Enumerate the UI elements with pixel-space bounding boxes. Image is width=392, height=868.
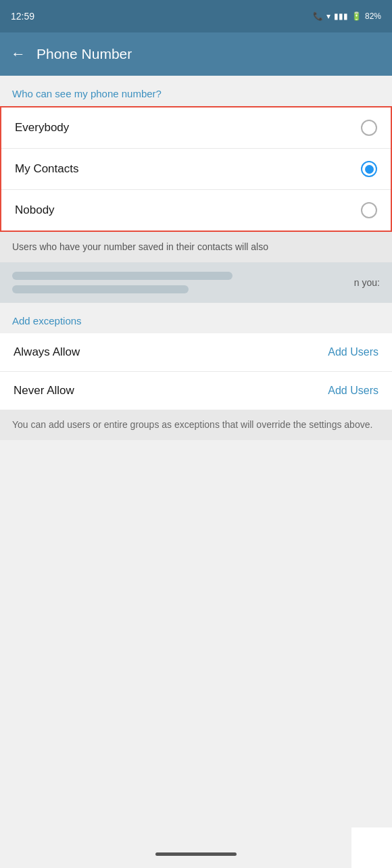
back-button[interactable]: ← [11, 45, 26, 63]
status-bar: 12:59 📞 ▾ ▮▮▮ 🔋 82% [0, 0, 392, 32]
option-everybody-label: Everybody [15, 121, 69, 135]
always-allow-add-users-button[interactable]: Add Users [328, 346, 378, 358]
blur-line-2 [12, 285, 189, 293]
status-time: 12:59 [11, 11, 34, 22]
status-icons: 📞 ▾ ▮▮▮ 🔋 82% [313, 11, 381, 21]
main-content: Who can see my phone number? Everybody M… [0, 76, 392, 868]
blur-lines [12, 272, 232, 293]
exceptions-label: Add exceptions [0, 303, 392, 333]
option-my-contacts[interactable]: My Contacts [1, 149, 391, 190]
option-nobody-label: Nobody [15, 203, 55, 217]
visibility-radio-group: Everybody My Contacts Nobody [0, 106, 392, 232]
radio-my-contacts[interactable] [361, 161, 377, 177]
battery-icon: 🔋 [351, 11, 362, 21]
radio-nobody[interactable] [361, 202, 377, 218]
always-allow-item[interactable]: Always Allow Add Users [0, 333, 392, 372]
battery-percent: 82% [365, 11, 381, 21]
home-indicator [155, 852, 237, 856]
always-allow-label: Always Allow [14, 345, 80, 359]
option-my-contacts-label: My Contacts [15, 162, 78, 176]
page-title: Phone Number [36, 46, 132, 62]
call-icon: 📞 [313, 11, 323, 21]
never-allow-item[interactable]: Never Allow Add Users [0, 372, 392, 410]
blur-line-1 [12, 272, 232, 280]
bottom-corner-accent [351, 827, 392, 868]
option-nobody[interactable]: Nobody [1, 190, 391, 231]
exceptions-group: Always Allow Add Users Never Allow Add U… [0, 333, 392, 410]
info-text: Users who have your number saved in thei… [0, 232, 392, 262]
who-can-see-label: Who can see my phone number? [0, 76, 392, 106]
blurred-content: n you: [0, 262, 392, 303]
never-allow-add-users-button[interactable]: Add Users [328, 385, 378, 397]
option-everybody[interactable]: Everybody [1, 107, 391, 149]
exceptions-footer-text: You can add users or entire groups as ex… [0, 410, 392, 440]
blur-text-after: n you: [354, 277, 380, 288]
signal-icon: ▮▮▮ [334, 11, 348, 21]
wifi-icon: ▾ [326, 11, 330, 21]
app-bar: ← Phone Number [0, 32, 392, 76]
never-allow-label: Never Allow [14, 384, 74, 397]
radio-everybody[interactable] [361, 120, 377, 136]
